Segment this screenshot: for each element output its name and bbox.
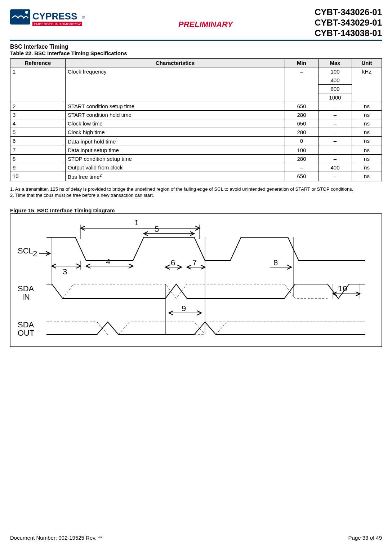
col-unit: Unit [352,59,382,67]
table-caption: Table 22. BSC Interface Timing Specifica… [10,50,382,56]
svg-text:5: 5 [155,225,159,234]
part-numbers: CYBT-343026-01 CYBT-343029-01 CYBT-14303… [315,7,382,38]
svg-text:6: 6 [171,258,175,267]
svg-text:IN: IN [22,292,30,301]
note: 1. As a transmitter, 125 ns of delay is … [10,186,382,193]
svg-text:8: 8 [273,258,278,267]
logo-block: CYPRESS EMBEDDED IN TOMORROW ® [10,7,97,30]
part-number: CYBT-343029-01 [315,18,382,28]
brand-text: CYPRESS [32,11,77,22]
scl-label: SCL [18,246,33,255]
svg-text:3: 3 [63,267,67,276]
table-row: 4 Clock low time 650 – ns [10,119,382,128]
svg-point-1 [25,11,28,14]
table-row: 9 Output valid from clock – 400 ns [10,163,382,172]
part-number: CYBT-343026-01 [315,7,382,18]
svg-text:10: 10 [338,284,347,293]
svg-text:1: 1 [134,218,139,227]
table-row: 3 START condition hold time 280 – ns [10,111,382,119]
figure-caption: Figure 15. BSC Interface Timing Diagram [10,207,382,213]
table-row: 6 Data input hold time1 0 – ns [10,137,382,146]
table-row: 2 START condition setup time 650 – ns [10,102,382,111]
svg-text:7: 7 [192,258,197,267]
brand-tagline: EMBEDDED IN TOMORROW [34,22,81,26]
svg-text:®: ® [82,16,85,19]
section-title: BSC Interface Timing [10,44,382,50]
table-row: 1 Clock frequency – 100 kHz [10,67,382,76]
svg-text:2: 2 [33,249,37,258]
table-notes: 1. As a transmitter, 125 ns of delay is … [10,186,382,199]
sda-out-label: SDA [18,320,34,329]
svg-text:9: 9 [182,304,186,313]
timing-diagram: SCL 1 5 2 3 4 6 7 8 SDA IN 10 9 SDA OUT [10,213,382,347]
svg-text:4: 4 [106,257,110,266]
col-characteristics: Characteristics [66,59,285,67]
col-reference: Reference [10,59,66,67]
note: 2. Time that the cbus must be free befor… [10,193,382,199]
page-header: CYPRESS EMBEDDED IN TOMORROW ® PRELIMINA… [10,7,382,41]
col-min: Min [285,59,318,67]
spec-table: Reference Characteristics Min Max Unit 1… [10,58,382,181]
table-row: 5 Clock high time 280 – ns [10,128,382,137]
col-max: Max [318,59,352,67]
table-row: 10 Bus free time2 650 – ns [10,172,382,181]
cypress-logo-icon: CYPRESS EMBEDDED IN TOMORROW ® [10,7,97,30]
part-number: CYBT-143038-01 [315,28,382,39]
sda-in-label: SDA [18,284,34,293]
svg-text:OUT: OUT [18,328,34,337]
table-row: 7 Data input setup time 100 – ns [10,146,382,155]
preliminary-label: PRELIMINARY [178,20,233,29]
table-row: 8 STOP condition setup time 280 – ns [10,155,382,163]
